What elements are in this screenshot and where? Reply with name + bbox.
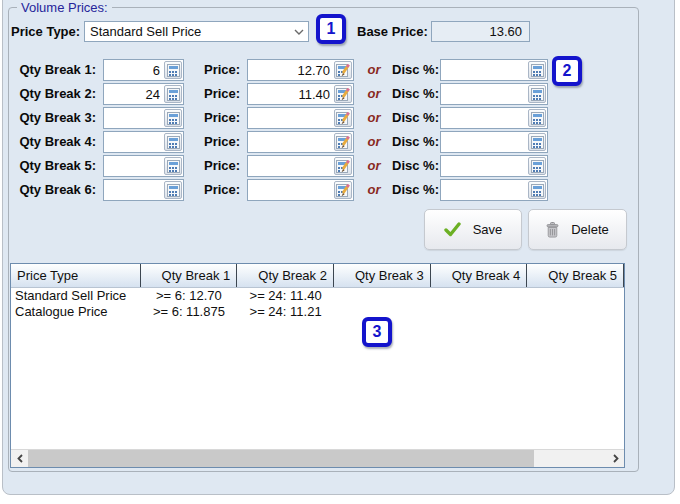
scroll-left-button[interactable] [11, 450, 28, 467]
price-4-field[interactable] [247, 131, 354, 153]
disc-5-label: Disc %: [392, 158, 439, 173]
price-5-field[interactable] [247, 155, 354, 177]
calculator-icon [167, 88, 180, 101]
column-header-qty-break-2[interactable]: Qty Break 2 [237, 264, 334, 287]
disc-6-calculator-button[interactable] [528, 181, 546, 199]
price-5-label: Price: [204, 155, 240, 177]
calculator-edit-icon [336, 88, 350, 101]
disc-2-input[interactable] [441, 87, 527, 102]
qty-break-3-field[interactable] [103, 107, 184, 129]
disc-4-calculator-button[interactable] [528, 133, 546, 151]
disc-3-calculator-button[interactable] [528, 109, 546, 127]
disc-5-input[interactable] [441, 159, 527, 174]
scrollbar-track[interactable] [28, 450, 607, 467]
horizontal-scrollbar[interactable] [11, 449, 624, 467]
qty-break-5-input[interactable] [104, 159, 163, 174]
cell-qty-break-2: >= 24: 11.40 [237, 288, 334, 304]
callout-3: 3 [362, 317, 392, 347]
qty-break-3-input[interactable] [104, 111, 163, 126]
price-type-dropdown[interactable]: Standard Sell Price [84, 21, 309, 42]
price-6-edit-button[interactable] [334, 181, 352, 199]
price-type-label: Price Type: [11, 24, 80, 39]
disc-6-input[interactable] [441, 183, 527, 198]
qty-break-1-label: Qty Break 1: [8, 59, 96, 81]
base-price-label: Base Price: [357, 24, 428, 39]
price-5-input[interactable] [248, 159, 333, 174]
column-header-qty-break-3[interactable]: Qty Break 3 [334, 264, 431, 287]
groupbox-title: Volume Prices: [17, 1, 112, 14]
qty-break-6-calculator-button[interactable] [164, 181, 182, 199]
volume-prices-table: Price Type Qty Break 1 Qty Break 2 Qty B… [10, 263, 625, 468]
price-2-label: Price: [204, 83, 240, 105]
price-3-field[interactable] [247, 107, 354, 129]
price-4-label: Price: [204, 131, 240, 153]
disc-3-input[interactable] [441, 111, 527, 126]
qty-break-6-input[interactable] [104, 183, 163, 198]
qty-break-4-field[interactable] [103, 131, 184, 153]
qty-break-6-field[interactable] [103, 179, 184, 201]
column-header-price-type[interactable]: Price Type [11, 264, 141, 287]
disc-5-calculator-button[interactable] [528, 157, 546, 175]
qty-break-5-calculator-button[interactable] [164, 157, 182, 175]
callout-1: 1 [316, 14, 346, 44]
qty-break-2-label: Qty Break 2: [8, 83, 96, 105]
cell-qty-break-5 [527, 304, 624, 320]
column-header-qty-break-5[interactable]: Qty Break 5 [527, 264, 624, 287]
price-3-input[interactable] [248, 111, 333, 126]
calculator-icon [531, 88, 544, 101]
price-2-input[interactable] [248, 87, 333, 102]
save-button[interactable]: Save [424, 209, 522, 250]
price-1-field[interactable] [247, 59, 354, 81]
delete-button[interactable]: Delete [528, 209, 627, 250]
calculator-icon [531, 64, 544, 77]
qty-break-1-calculator-button[interactable] [164, 61, 182, 79]
qty-break-1-input[interactable] [104, 63, 163, 78]
qty-break-3-calculator-button[interactable] [164, 109, 182, 127]
price-6-label: Price: [204, 179, 240, 201]
scrollbar-thumb[interactable] [28, 450, 534, 467]
chevron-right-icon [613, 454, 619, 463]
calculator-edit-icon [336, 112, 350, 125]
scroll-right-button[interactable] [607, 450, 624, 467]
qty-break-4-label: Qty Break 4: [8, 131, 96, 153]
qty-break-1-field[interactable] [103, 59, 184, 81]
price-4-edit-button[interactable] [334, 133, 352, 151]
qty-break-3-label: Qty Break 3: [8, 107, 96, 129]
qty-break-2-field[interactable] [103, 83, 184, 105]
price-1-label: Price: [204, 59, 240, 81]
price-6-input[interactable] [248, 183, 333, 198]
disc-4-input[interactable] [441, 135, 527, 150]
disc-1-field[interactable] [440, 59, 548, 81]
price-1-edit-button[interactable] [334, 61, 352, 79]
qty-break-2-input[interactable] [104, 87, 163, 102]
price-1-input[interactable] [248, 63, 333, 78]
price-5-edit-button[interactable] [334, 157, 352, 175]
qty-break-2-calculator-button[interactable] [164, 85, 182, 103]
or-1-label: or [363, 62, 385, 77]
qty-break-4-calculator-button[interactable] [164, 133, 182, 151]
table-row[interactable]: Catalogue Price >= 6: 11.875 >= 24: 11.2… [11, 304, 624, 320]
disc-4-field[interactable] [440, 131, 548, 153]
calculator-icon [531, 160, 544, 173]
disc-1-calculator-button[interactable] [528, 61, 546, 79]
disc-2-field[interactable] [440, 83, 548, 105]
price-2-field[interactable] [247, 83, 354, 105]
disc-3-field[interactable] [440, 107, 548, 129]
cell-qty-break-2: >= 24: 11.21 [237, 304, 334, 320]
disc-6-field[interactable] [440, 179, 548, 201]
price-6-field[interactable] [247, 179, 354, 201]
disc-1-input[interactable] [441, 63, 527, 78]
price-2-edit-button[interactable] [334, 85, 352, 103]
qty-break-5-field[interactable] [103, 155, 184, 177]
delete-button-label: Delete [571, 222, 609, 237]
price-3-edit-button[interactable] [334, 109, 352, 127]
disc-5-field[interactable] [440, 155, 548, 177]
qty-break-5-label: Qty Break 5: [8, 155, 96, 177]
calculator-icon [167, 160, 180, 173]
disc-2-calculator-button[interactable] [528, 85, 546, 103]
table-row[interactable]: Standard Sell Price >= 6: 12.70 >= 24: 1… [11, 288, 624, 304]
column-header-qty-break-1[interactable]: Qty Break 1 [141, 264, 238, 287]
column-header-qty-break-4[interactable]: Qty Break 4 [431, 264, 528, 287]
qty-break-4-input[interactable] [104, 135, 163, 150]
price-4-input[interactable] [248, 135, 333, 150]
